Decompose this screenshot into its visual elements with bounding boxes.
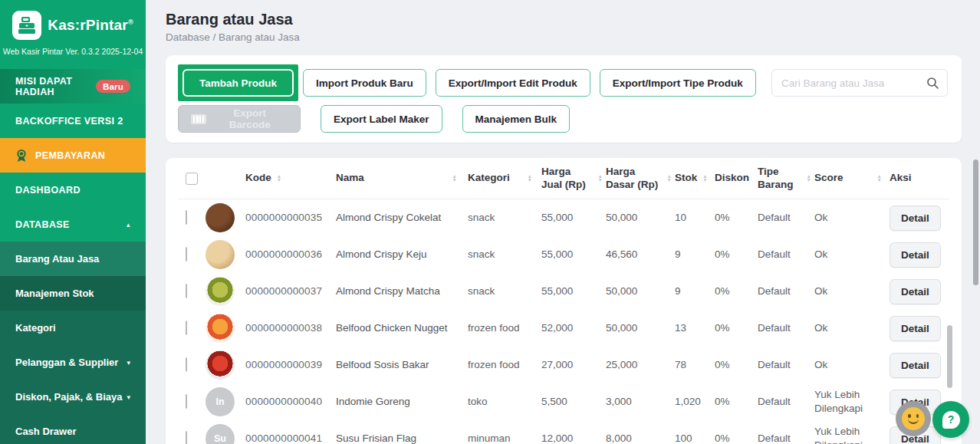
export-label-maker-button[interactable]: Export Label Maker [321, 105, 442, 133]
sidebar-item-label: Pelanggan & Supplier [15, 357, 118, 368]
column-header-tipe-barang[interactable]: Tipe Barang▲▼ [758, 166, 814, 192]
export-import-tipe-produk-button[interactable]: Export/Import Tipe Produk [600, 69, 756, 97]
smiley-icon [902, 407, 925, 430]
row-checkbox[interactable] [186, 247, 187, 261]
row-checkbox[interactable] [186, 357, 187, 372]
sidebar-item-manajemen-stok[interactable]: Manajemen Stok [0, 276, 146, 311]
cell-kode: 0000000000041 [245, 432, 336, 444]
table-scrollbar-thumb[interactable] [947, 325, 952, 388]
cell-harga-dasar: 50,000 [606, 321, 675, 335]
product-thumbnail [206, 203, 235, 232]
sidebar-item-database[interactable]: DATABASE ▴ [0, 207, 146, 242]
cell-harga-dasar: 50,000 [606, 211, 675, 225]
sidebar-item-cash-drawer[interactable]: Cash Drawer [0, 414, 146, 444]
sort-icon: ▲▼ [877, 175, 882, 183]
table-row: 0000000000036 Almond Crispy Keju snack 5… [178, 236, 949, 273]
sidebar-item-label: MISI DAPAT HADIAH [15, 76, 90, 97]
sidebar-item-pembayaran[interactable]: PEMBAYARAN [0, 138, 146, 173]
row-checkbox[interactable] [186, 431, 187, 444]
cell-kode: 0000000000036 [245, 248, 336, 261]
cell-harga-jual: 5,500 [541, 395, 606, 409]
export-import-edit-produk-button[interactable]: Export/Import Edit Produk [436, 69, 590, 97]
select-all-checkbox[interactable] [186, 173, 198, 185]
app-logo: Kas:rPintar® [0, 0, 146, 40]
detail-button[interactable]: Detail [890, 242, 941, 268]
detail-button[interactable]: Detail [890, 316, 941, 341]
column-header-kategori[interactable]: Kategori▲▼ [468, 172, 541, 185]
column-header-stok[interactable]: Stok▲▼ [675, 172, 715, 185]
cell-nama: Belfood Sosis Bakar [336, 358, 468, 372]
cell-diskon: 0% [715, 211, 758, 225]
sort-icon: ▲▼ [277, 175, 281, 183]
page-scrollbar-thumb[interactable] [973, 160, 978, 285]
column-header-nama[interactable]: Nama▲▼ [336, 172, 468, 185]
cell-kategori: snack [468, 248, 541, 261]
cell-tipe-barang: Default [758, 432, 814, 444]
cell-harga-dasar: 50,000 [606, 284, 675, 298]
export-barcode-button[interactable]: Export Barcode [178, 105, 301, 133]
products-table-card: Kode▲▼ Nama▲▼ Kategori▲▼ Harga Jual (Rp)… [166, 158, 962, 444]
sidebar-item-barang-atau-jasa[interactable]: Barang Atau Jasa [0, 242, 146, 276]
product-thumbnail [206, 240, 235, 269]
sort-icon: ▲▼ [528, 175, 532, 183]
sidebar-item-diskon-pajak-biaya[interactable]: Diskon, Pajak, & Biaya ▾ [0, 380, 146, 414]
detail-button[interactable]: Detail [890, 279, 941, 304]
column-header-diskon[interactable]: Diskon [715, 172, 758, 185]
column-header-harga-dasar[interactable]: Harga Dasar (Rp)▲▼ [606, 166, 675, 192]
import-produk-baru-button[interactable]: Import Produk Baru [303, 69, 426, 97]
help-button[interactable]: ? [932, 401, 969, 438]
cell-nama: Almond Crispy Keju [336, 248, 468, 261]
export-barcode-label: Export Barcode [212, 107, 288, 130]
row-checkbox[interactable] [186, 210, 187, 225]
table-row: 0000000000038 Belfood Chicken Nugget fro… [178, 310, 949, 347]
product-thumbnail [206, 314, 235, 343]
manajemen-bulk-button[interactable]: Manajemen Bulk [462, 105, 571, 133]
detail-button[interactable]: Detail [890, 206, 941, 231]
cell-score: Ok [814, 248, 890, 261]
cell-kategori: toko [468, 395, 541, 409]
feedback-smiley-button[interactable] [896, 401, 931, 436]
cell-harga-dasar: 46,560 [606, 248, 675, 261]
cell-kode: 0000000000037 [245, 284, 336, 298]
cell-score: Ok [814, 284, 890, 298]
column-header-aksi: Aksi [890, 172, 949, 185]
row-checkbox[interactable] [186, 321, 187, 335]
database-submenu: Barang Atau Jasa Manajemen Stok Kategori… [0, 242, 146, 444]
question-mark-icon: ? [942, 411, 960, 429]
sidebar-item-label: BACKOFFICE VERSI 2 [15, 116, 123, 127]
cell-tipe-barang: Default [758, 211, 814, 225]
main-content: Barang atau Jasa Database / Barang atau … [146, 0, 980, 444]
sidebar-item-kategori[interactable]: Kategori [0, 311, 146, 345]
cell-stok: 78 [675, 358, 715, 372]
product-thumbnail: Su [206, 424, 235, 444]
sidebar-item-pelanggan-supplier[interactable]: Pelanggan & Supplier ▾ [0, 345, 146, 380]
tambah-produk-button[interactable]: Tambah Produk [183, 69, 294, 97]
row-checkbox[interactable] [186, 394, 187, 409]
sidebar-item-backoffice-versi-2[interactable]: BACKOFFICE VERSI 2 [0, 104, 146, 138]
search-icon[interactable] [926, 77, 939, 90]
cell-diskon: 0% [715, 358, 758, 372]
chevron-down-icon: ▾ [127, 393, 130, 401]
table-row: Su 0000000000041 Susu Frisian Flag minum… [178, 420, 949, 444]
sidebar-item-misi-dapat-hadiah[interactable]: MISI DAPAT HADIAH Baru [0, 69, 146, 104]
cell-score: Yuk Lebih Dilengkapi [814, 425, 890, 444]
cell-stok: 100 [675, 432, 715, 444]
detail-button[interactable]: Detail [890, 353, 941, 378]
sidebar-item-label: Diskon, Pajak, & Biaya [15, 391, 122, 403]
sidebar-item-dashboard[interactable]: DASHBOARD [0, 173, 146, 207]
search-input[interactable] [781, 77, 926, 89]
column-header-score[interactable]: Score▲▼ [814, 172, 890, 185]
cell-harga-jual: 52,000 [541, 321, 606, 335]
cell-nama: Indomie Goreng [336, 395, 468, 409]
row-checkbox[interactable] [186, 284, 187, 298]
cell-kode: 0000000000040 [245, 395, 336, 409]
cell-kategori: frozen food [468, 358, 541, 372]
cell-nama: Almond Crispy Matcha [336, 284, 468, 298]
product-thumbnail [206, 277, 235, 306]
column-header-harga-jual[interactable]: Harga Jual (Rp)▲▼ [541, 166, 606, 192]
column-header-kode[interactable]: Kode▲▼ [245, 172, 336, 185]
cell-harga-dasar: 25,000 [606, 358, 675, 372]
cell-diskon: 0% [715, 432, 758, 444]
cell-tipe-barang: Default [758, 248, 814, 261]
table-row: In 0000000000040 Indomie Goreng toko 5,5… [178, 383, 949, 420]
